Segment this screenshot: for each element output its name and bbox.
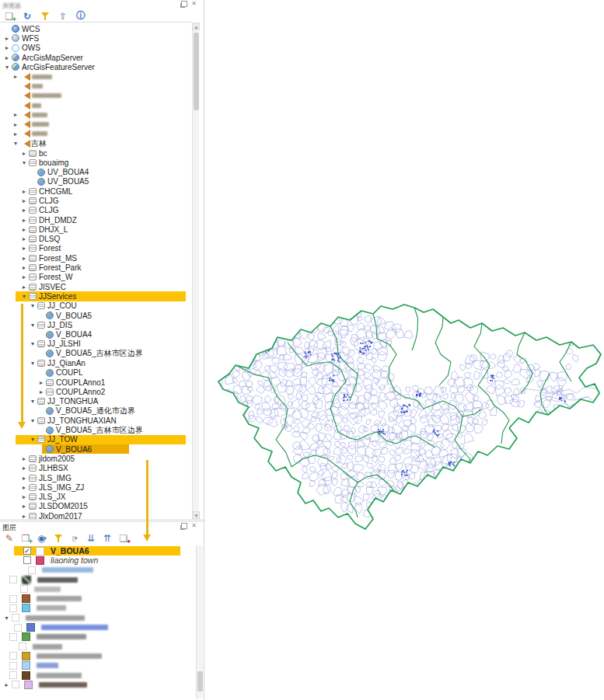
expander-icon[interactable]: ▸: [20, 197, 28, 204]
tree-item-dhjx-l[interactable]: ▸DHJX_L: [0, 225, 192, 234]
add-group-icon[interactable]: ❐+: [19, 532, 32, 544]
tree-item-cljg[interactable]: ▸CLJG: [0, 196, 192, 205]
layer-item-redacted[interactable]: [0, 670, 196, 680]
layers-scrollbar[interactable]: [196, 545, 203, 698]
layer-checkbox[interactable]: [28, 566, 36, 574]
panel-float-icon[interactable]: [181, 523, 187, 529]
tree-item-bc[interactable]: ▸bc: [0, 148, 192, 158]
tree-item-forest[interactable]: ▸Forest: [0, 244, 192, 253]
expander-icon[interactable]: ▸: [37, 388, 45, 395]
tree-item-redacted[interactable]: [0, 100, 192, 110]
tree-item-jj-tonghuaxian[interactable]: ▾JJ_TONGHUAXIAN: [0, 416, 192, 425]
layer-checkbox[interactable]: [14, 624, 22, 632]
expander-icon[interactable]: ▸: [20, 150, 28, 157]
expander-icon[interactable]: ▸: [3, 54, 11, 61]
expander-icon[interactable]: ▸: [20, 245, 28, 252]
layer-item-redacted[interactable]: [0, 584, 196, 594]
layer-item-redacted[interactable]: ▾: [0, 613, 196, 622]
tree-item-redacted[interactable]: [0, 91, 192, 100]
layer-item-redacted[interactable]: [0, 566, 196, 575]
expander-icon[interactable]: ▸: [20, 226, 28, 233]
remove-layer-icon[interactable]: ❑●: [117, 532, 130, 544]
layer-checkbox[interactable]: [19, 643, 26, 650]
tree-item-v-boua5[interactable]: V_BOUA5_吉林市区边界: [0, 349, 192, 358]
expander-icon[interactable]: ▾: [3, 615, 10, 622]
collapse-all-icon[interactable]: ⇈: [101, 532, 113, 544]
layer-checkbox[interactable]: [9, 604, 17, 612]
expander-icon[interactable]: ▸: [20, 503, 28, 510]
expander-icon[interactable]: ▾: [3, 64, 11, 71]
expander-icon[interactable]: ▸: [12, 131, 19, 138]
expander-icon[interactable]: ▸: [20, 255, 28, 262]
expander-icon[interactable]: ▸: [20, 235, 28, 242]
tree-item-v-boua5[interactable]: V_BOUA5_通化市边界: [0, 406, 192, 416]
tree-item-item[interactable]: ▾吉林: [0, 139, 192, 148]
expander-icon[interactable]: ▸: [3, 44, 11, 51]
expander-icon[interactable]: ▸: [20, 188, 28, 195]
expander-icon[interactable]: ▸: [20, 493, 28, 500]
tree-item-wfs[interactable]: ▸WFS: [0, 33, 192, 43]
browser-scrollbar[interactable]: ▲ ▼: [192, 23, 199, 519]
expander-icon[interactable]: ▸: [20, 455, 28, 462]
expand-all-icon[interactable]: ⇊: [85, 532, 97, 544]
expander-icon[interactable]: ▸: [20, 284, 28, 291]
tree-item-jj-jlshi[interactable]: ▾JJ_JLSHI: [0, 340, 192, 349]
layer-checkbox[interactable]: [9, 576, 17, 583]
expander-icon[interactable]: ▸: [3, 681, 10, 688]
expander-icon[interactable]: ▾: [29, 417, 37, 424]
tree-item-jj-dis[interactable]: ▾JJ_DIS: [0, 320, 192, 329]
layer-checkbox[interactable]: [9, 652, 17, 660]
layer-item-redacted[interactable]: [0, 642, 196, 651]
panel-close-icon[interactable]: ✕: [190, 523, 197, 530]
tree-item-bouaimg[interactable]: ▾bouaimg: [0, 158, 192, 167]
layer-item-redacted[interactable]: [0, 622, 196, 632]
refresh-icon[interactable]: ↻: [21, 10, 33, 22]
tree-item-forest-w[interactable]: ▸Forest_W: [0, 273, 192, 282]
tree-item-jlsdom2015[interactable]: ▸JLSDOM2015: [0, 502, 192, 511]
expander-icon[interactable]: ▸: [20, 465, 28, 472]
layer-item-redacted[interactable]: [0, 594, 196, 603]
layer-checkbox[interactable]: [23, 556, 31, 564]
expander-icon[interactable]: ▾: [29, 436, 37, 443]
tree-item-redacted[interactable]: ▸: [0, 71, 192, 81]
tree-item-uv-boua5[interactable]: UV_BOUA5: [0, 177, 192, 186]
layer-item-v-boua6[interactable]: ✓V_BOUA6: [0, 546, 196, 555]
layer-checkbox[interactable]: [12, 681, 19, 688]
expander-icon[interactable]: ▸: [12, 73, 19, 80]
panel-float-icon[interactable]: [181, 1, 187, 7]
layer-item-redacted[interactable]: [0, 651, 196, 660]
layer-checkbox[interactable]: ✓: [23, 547, 31, 555]
expander-icon[interactable]: ▾: [12, 140, 19, 147]
expander-icon[interactable]: ▾: [29, 360, 37, 367]
tree-item-jldom2005[interactable]: ▸jldom2005: [0, 454, 192, 463]
layer-item-redacted[interactable]: ▸: [0, 680, 196, 689]
layer-styling-icon[interactable]: ✎: [3, 532, 16, 544]
expander-icon[interactable]: ▾: [20, 293, 28, 300]
layer-item-redacted[interactable]: [0, 575, 196, 584]
expander-icon[interactable]: ▾: [29, 322, 37, 329]
expander-icon[interactable]: ▾: [29, 340, 37, 347]
tree-item-forest-park[interactable]: ▸Forest_Park: [0, 263, 192, 272]
expander-icon[interactable]: ▾: [29, 398, 37, 405]
tree-item-jj-tonghua[interactable]: ▾JJ_TONGHUA: [0, 397, 192, 406]
panel-close-icon[interactable]: ✕: [190, 1, 197, 8]
tree-item-chcgml[interactable]: ▸CHCGML: [0, 186, 192, 196]
tree-item-redacted[interactable]: ▸: [0, 129, 192, 138]
tree-item-jlxdom2017[interactable]: ▸JlxDom2017: [0, 511, 192, 519]
layer-checkbox[interactable]: [9, 633, 17, 641]
expander-icon[interactable]: ▸: [12, 111, 19, 118]
tree-item-jisvec[interactable]: ▸JISVEC: [0, 282, 192, 291]
expander-icon[interactable]: ▸: [20, 484, 28, 491]
layer-item-redacted[interactable]: [0, 632, 196, 642]
layer-checkbox[interactable]: [12, 614, 19, 622]
tree-item-jj-tow[interactable]: ▾JJ_TOW: [0, 435, 192, 444]
tree-item-v-boua5[interactable]: V_BOUA5: [0, 311, 192, 320]
expander-icon[interactable]: ▸: [20, 207, 28, 214]
tree-item-v-boua5[interactable]: V_BOUA5_吉林市区边界: [0, 425, 192, 434]
tree-item-ows[interactable]: ▸OWS: [0, 44, 192, 53]
tree-item-redacted[interactable]: ▸: [0, 120, 192, 129]
tree-item-jls-jx[interactable]: ▸JLS_JX: [0, 493, 192, 502]
expander-icon[interactable]: ▾: [20, 159, 28, 166]
layer-checkbox[interactable]: [9, 662, 17, 670]
tree-item-jlhbsx[interactable]: ▸JLHBSX: [0, 464, 192, 473]
